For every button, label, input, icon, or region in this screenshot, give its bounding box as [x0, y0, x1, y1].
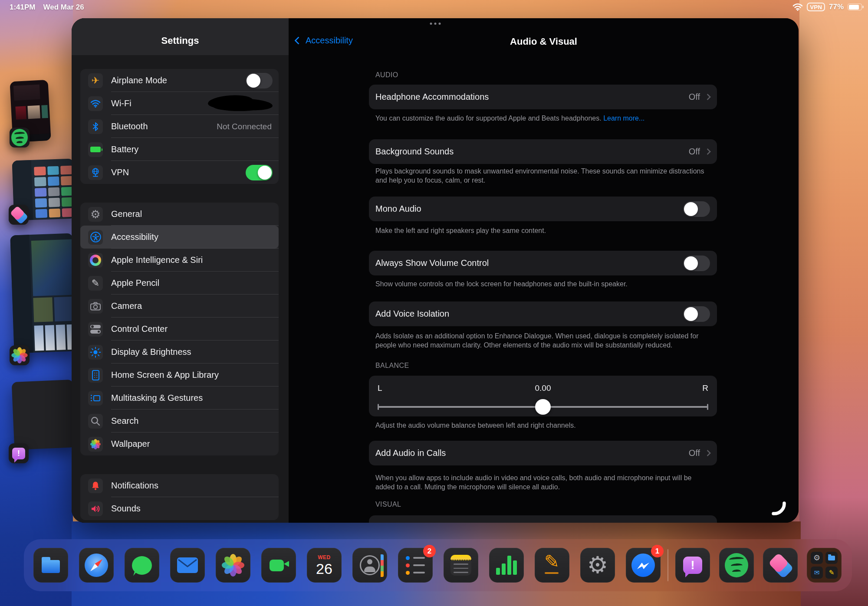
calendar-date-icon: WED 26: [316, 555, 332, 576]
sidebar-item-display-brightness[interactable]: Display & Brightness: [80, 341, 279, 364]
sidebar-item-vpn[interactable]: VPN: [80, 161, 279, 184]
wallpaper-right: [799, 0, 868, 606]
dock-recent-group: ! ⚙ ✉ ✎: [675, 548, 842, 583]
gear-icon: ⚙: [587, 554, 608, 577]
dock-photos-icon[interactable]: [216, 548, 250, 583]
row-background-sounds[interactable]: Background Sounds Off: [369, 139, 717, 164]
battery-icon: [848, 3, 862, 10]
balance-description: Adjust the audio volume balance between …: [375, 421, 708, 430]
dock-messenger-icon[interactable]: 1: [626, 548, 661, 583]
row-headphone-accommodations[interactable]: Headphone Accommodations Off: [369, 85, 717, 109]
chevron-right-icon: [704, 450, 711, 457]
sidebar-item-home-screen[interactable]: Home Screen & App Library: [80, 364, 279, 387]
speaker-icon: [88, 501, 103, 516]
add-audio-value: Off: [689, 448, 700, 458]
mini-folder-icon: [828, 556, 835, 560]
balance-card: L R 0.00: [369, 376, 717, 416]
row-mono-audio[interactable]: Mono Audio: [369, 197, 717, 221]
sidebar-item-bluetooth[interactable]: Bluetooth Not Connected: [80, 115, 279, 138]
notepad-icon: [450, 555, 471, 576]
always-show-volume-description: Show volume controls on the lock screen …: [375, 280, 708, 289]
sidebar-item-search[interactable]: Search: [80, 409, 279, 432]
dock-spotify-icon[interactable]: [719, 548, 754, 583]
sidebar-item-multitasking[interactable]: Multitasking & Gestures: [80, 387, 279, 409]
balance-slider-thumb[interactable]: [535, 399, 551, 415]
shortcuts-badge-icon: [9, 205, 29, 225]
sidebar-item-battery[interactable]: Battery: [80, 138, 279, 161]
airplane-mode-toggle[interactable]: [246, 73, 273, 88]
dock-messages-icon[interactable]: [125, 548, 159, 583]
dock-safari-icon[interactable]: [79, 548, 114, 583]
dock-facetime-icon[interactable]: [261, 548, 296, 583]
redaction-scribble: [204, 93, 276, 114]
dock: WED 26 2 ✎ ⚙ 1: [24, 539, 852, 591]
flower-icon: [222, 554, 244, 577]
settings-sidebar: Settings ✈ Airplane Mode Wi-Fi: [72, 18, 289, 523]
statusbar-right: VPN 77%: [792, 3, 862, 11]
statusbar-time: 1:41PM: [10, 3, 36, 12]
dock-files-icon[interactable]: [33, 548, 68, 583]
sidebar-item-apple-intelligence[interactable]: Apple Intelligence & Siri: [80, 249, 279, 272]
battery-green-icon: [88, 142, 103, 157]
photos-flower-icon: [12, 347, 26, 363]
dock-shortcuts-icon[interactable]: [763, 548, 798, 583]
learn-more-link[interactable]: Learn more...: [603, 115, 644, 122]
mono-audio-toggle[interactable]: [683, 201, 710, 217]
statusbar-left: 1:41PM Wed Mar 26: [10, 3, 84, 12]
stage-thumbnail-photos[interactable]: [10, 233, 76, 354]
background-sounds-description: Plays background sounds to mask unwanted…: [375, 167, 708, 185]
gear-icon: ⚙: [88, 207, 103, 222]
headphone-value: Off: [689, 92, 700, 102]
dock-app-library-icon[interactable]: ⚙ ✉ ✎: [807, 548, 842, 583]
always-show-volume-toggle[interactable]: [683, 256, 710, 271]
sidebar-item-wifi[interactable]: Wi-Fi: [80, 92, 279, 115]
dock-calendar-icon[interactable]: WED 26: [307, 548, 342, 583]
section-label-visual: VISUAL: [375, 501, 401, 508]
dock-numbers-icon[interactable]: [489, 548, 524, 583]
spotify-badge-icon: [10, 128, 30, 147]
sidebar-item-wallpaper[interactable]: Wallpaper: [80, 432, 279, 455]
voice-isolation-toggle[interactable]: [683, 306, 710, 322]
balance-slider[interactable]: [378, 403, 708, 411]
mini-gear-icon: ⚙: [813, 554, 820, 562]
visual-first-row-clipped[interactable]: [369, 515, 717, 523]
dock-main-group: WED 26 2 ✎ ⚙ 1: [33, 548, 661, 583]
add-audio-description: When you allow apps to include audio in …: [375, 474, 708, 491]
dock-settings-icon[interactable]: ⚙: [580, 548, 615, 583]
video-camera-icon: [270, 560, 284, 571]
app-library-grid-icon: ⚙ ✉ ✎: [811, 552, 838, 579]
envelope-icon: [177, 557, 198, 573]
dock-notes-icon[interactable]: [444, 548, 478, 583]
sidebar-item-camera[interactable]: Camera: [80, 295, 279, 318]
dock-reminders-icon[interactable]: 2: [398, 548, 433, 583]
window-handle-icon[interactable]: [430, 23, 441, 25]
contacts-tabs-icon: [381, 554, 384, 577]
row-add-voice-isolation[interactable]: Add Voice Isolation: [369, 301, 717, 326]
spotify-waves-icon: [725, 553, 748, 577]
person-silhouette-icon: [360, 555, 380, 575]
balance-value: 0.00: [369, 383, 717, 393]
control-center-icon: [88, 322, 103, 337]
row-add-audio-in-calls[interactable]: Add Audio in Calls Off: [369, 441, 717, 465]
lightning-bubble-icon: [631, 554, 655, 577]
multitasking-icon: [88, 391, 103, 406]
sidebar-item-notifications[interactable]: Notifications: [80, 474, 279, 497]
background-sounds-value: Off: [689, 147, 700, 157]
dock-feedback-icon[interactable]: !: [675, 548, 710, 583]
sidebar-item-accessibility[interactable]: Accessibility: [80, 226, 279, 249]
sidebar-item-sounds[interactable]: Sounds: [80, 497, 279, 520]
sidebar-item-airplane-mode[interactable]: ✈ Airplane Mode: [80, 69, 279, 92]
sidebar-group-alerts: Notifications Sounds: [80, 474, 279, 520]
dock-pages-icon[interactable]: ✎: [535, 548, 569, 583]
sidebar-item-control-center[interactable]: Control Center: [80, 318, 279, 341]
pencil-stroke-mark: [771, 500, 787, 517]
stage-thumbnail-feedback[interactable]: [12, 380, 76, 450]
sidebar-item-apple-pencil[interactable]: ✎ Apple Pencil: [80, 272, 279, 295]
vpn-globe-icon: [88, 165, 103, 180]
dock-contacts-icon[interactable]: [352, 548, 387, 583]
vpn-toggle[interactable]: [246, 165, 273, 180]
voice-isolation-description: Adds Isolate as an additional option to …: [375, 332, 708, 350]
row-always-show-volume[interactable]: Always Show Volume Control: [369, 251, 717, 275]
sidebar-item-general[interactable]: ⚙ General: [80, 203, 279, 226]
dock-mail-icon[interactable]: [170, 548, 205, 583]
